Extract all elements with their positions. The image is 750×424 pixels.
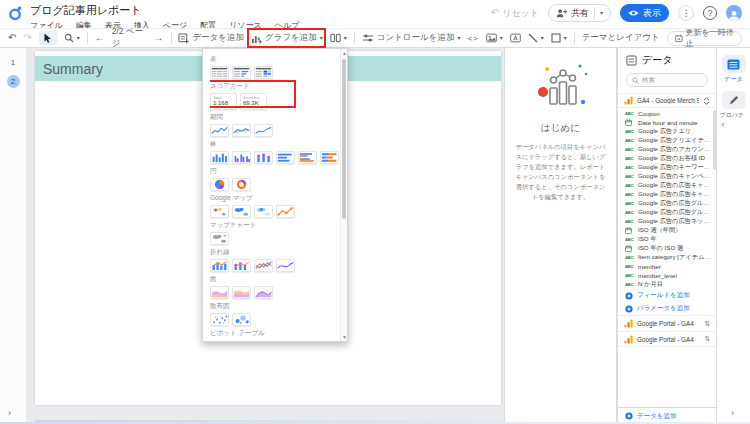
line-tool-button[interactable]: ▾ xyxy=(528,33,544,43)
ga4-source-icon xyxy=(624,335,633,344)
add-data-button[interactable]: データを追加 xyxy=(178,32,244,44)
add-parameter-button[interactable]: パラメータを追加 xyxy=(618,302,716,315)
calendar-icon xyxy=(625,227,634,234)
add-chart-button[interactable]: グラフを追加 ▾ xyxy=(251,32,323,44)
field-row[interactable]: ABCmember_level xyxy=(618,271,716,280)
area-chart-icon[interactable] xyxy=(210,286,229,299)
field-row[interactable]: ABCCoupon xyxy=(618,109,716,118)
share-button[interactable]: 共有 ▾ xyxy=(548,4,611,22)
field-label: Coupon xyxy=(638,110,660,117)
scroll-up-icon[interactable]: ▲ xyxy=(341,49,348,57)
field-row[interactable]: ISO 週（年間） xyxy=(618,226,716,235)
field-row[interactable]: ABCGoogle 広告の広告ネットワーク タ.. xyxy=(618,217,716,226)
field-row[interactable]: ABCGoogle 広告のお客様 ID xyxy=(618,154,716,163)
expand-page-rail-icon[interactable]: › xyxy=(8,408,11,418)
embed-button[interactable]: <> xyxy=(467,34,478,43)
collapse-panel-icon[interactable]: › xyxy=(731,408,734,418)
field-row[interactable]: ABCISO 年 xyxy=(618,235,716,244)
map-bubble-icon[interactable] xyxy=(210,205,229,218)
column-stacked-icon[interactable] xyxy=(254,151,273,164)
donut-chart-icon[interactable] xyxy=(232,178,251,191)
tab-properties[interactable]: プロパティ xyxy=(720,91,748,129)
area-stacked-icon[interactable] xyxy=(232,286,251,299)
bubble-chart-icon[interactable] xyxy=(232,313,251,326)
avatar[interactable] xyxy=(726,5,742,21)
field-row[interactable]: ABCGoogle 広告の広告キャンペーン ID xyxy=(618,181,716,190)
text-tool-button[interactable] xyxy=(510,33,521,43)
next-page-button[interactable]: → xyxy=(154,33,164,43)
scrollbar-thumb[interactable] xyxy=(342,59,346,219)
add-control-button[interactable]: コントロールを追加 ▾ xyxy=(362,32,461,44)
table-heatmap-icon[interactable] xyxy=(254,66,273,79)
abc-dimension-icon: ABC xyxy=(625,138,634,143)
help-button[interactable]: ? xyxy=(703,6,717,20)
blend-button[interactable]: ▾ xyxy=(330,33,347,43)
bar-stacked-icon[interactable] xyxy=(320,151,339,164)
field-row[interactable]: ABCN か月目 xyxy=(618,280,716,289)
chevron-down-icon[interactable]: ▾ xyxy=(600,10,603,16)
sparkline-compare-icon[interactable] xyxy=(232,124,251,137)
combo-chart-icon[interactable] xyxy=(210,259,229,272)
table-bar-icon[interactable] xyxy=(232,66,251,79)
tab-data[interactable]: データ xyxy=(720,55,748,84)
prev-page-button[interactable]: ← xyxy=(95,33,105,43)
map-route-icon[interactable] xyxy=(276,205,295,218)
scorecard-tile[interactable]: Total1,168 xyxy=(210,93,237,110)
field-row[interactable]: ABCItem category [アイテムのカテゴリ] xyxy=(618,253,716,262)
line-multi-icon[interactable] xyxy=(254,259,273,272)
collapse-icon[interactable] xyxy=(703,97,710,105)
theme-layout-button[interactable]: テーマとレイアウト xyxy=(582,32,660,44)
column-grouped-icon[interactable] xyxy=(232,151,251,164)
map-filled-icon[interactable] xyxy=(232,205,251,218)
field-row[interactable]: ABCGoogle 広告のキーワード テキスト xyxy=(618,163,716,172)
add-field-button[interactable]: フィールドを追加 xyxy=(618,289,716,302)
view-button[interactable]: 表示 xyxy=(620,4,669,22)
page-indicator[interactable]: 2/2 ページ xyxy=(112,26,147,50)
scorecard-tile[interactable]: Sessions69.3K xyxy=(240,93,267,110)
redo-button[interactable]: ↷ xyxy=(23,33,31,43)
zoom-tool-button[interactable]: ▾ xyxy=(64,33,80,43)
column-chart-icon[interactable] xyxy=(210,151,229,164)
field-row[interactable]: ABCGoogle 広告のキャンペーン xyxy=(618,172,716,181)
page-thumb-1[interactable]: 1 xyxy=(0,58,26,67)
combo-stacked-icon[interactable] xyxy=(232,259,251,272)
page-thumb-2-active[interactable]: 2 xyxy=(7,75,20,88)
field-row[interactable]: Date hour and minute xyxy=(618,118,716,127)
scatter-chart-icon[interactable] xyxy=(210,313,229,326)
shape-tool-button[interactable]: ▾ xyxy=(551,33,567,43)
pie-chart-icon[interactable] xyxy=(210,178,229,191)
field-row[interactable]: ABCGoogle 広告クエリ xyxy=(618,127,716,136)
field-row[interactable]: ABCmember xyxy=(618,262,716,271)
field-row[interactable]: ABCGoogle 広告の広告グループ ID xyxy=(618,199,716,208)
map-heat-icon[interactable] xyxy=(254,205,273,218)
reset-button[interactable]: ↶ リセット xyxy=(491,7,539,20)
bar-grouped-icon[interactable] xyxy=(298,151,317,164)
field-row[interactable]: ABCGoogle 広告のアカウント名 xyxy=(618,145,716,154)
select-tool-button[interactable] xyxy=(39,31,57,45)
data-source-card[interactable]: Google Portal - GA4⇅ xyxy=(618,315,716,331)
geo-chart-icon[interactable] xyxy=(210,232,229,245)
table-icon[interactable] xyxy=(210,66,229,79)
more-menu-button[interactable]: ⋮ xyxy=(678,5,694,21)
data-source-row[interactable]: GA4 - Google Merch Shop xyxy=(618,93,716,108)
field-row[interactable]: ABCGoogle 広告の広告グループ名 xyxy=(618,208,716,217)
abc-dimension-icon: ABC xyxy=(625,165,634,170)
pause-updates-button[interactable]: 更新を一時停止 xyxy=(667,31,742,46)
bar-chart-icon[interactable] xyxy=(276,151,295,164)
data-source-card[interactable]: Google Portal - GA4⇅ xyxy=(618,331,716,347)
line-smooth-icon[interactable] xyxy=(276,259,295,272)
scroll-down-icon[interactable]: ▼ xyxy=(341,333,348,341)
dropdown-scrollbar[interactable]: ▲ ▼ xyxy=(340,49,347,341)
report-title[interactable]: ブログ記事用レポート xyxy=(30,3,299,18)
field-row[interactable]: ISO 年の ISO 週 xyxy=(618,244,716,253)
field-row[interactable]: ABCGoogle 広告クリエイティブ ID xyxy=(618,136,716,145)
field-row[interactable]: ABCGoogle 広告の広告キャンペーン タ.. xyxy=(618,190,716,199)
chart-menu-section: 折れ線 xyxy=(210,248,340,272)
looker-studio-logo[interactable] xyxy=(8,5,23,21)
sparkline-icon[interactable] xyxy=(210,124,229,137)
area-smooth-icon[interactable] xyxy=(254,286,273,299)
sparkline-smooth-icon[interactable] xyxy=(254,124,273,137)
search-input[interactable]: 検索 xyxy=(626,73,708,87)
image-tool-button[interactable]: ▾ xyxy=(486,33,503,43)
undo-button[interactable]: ↶ xyxy=(8,33,16,43)
